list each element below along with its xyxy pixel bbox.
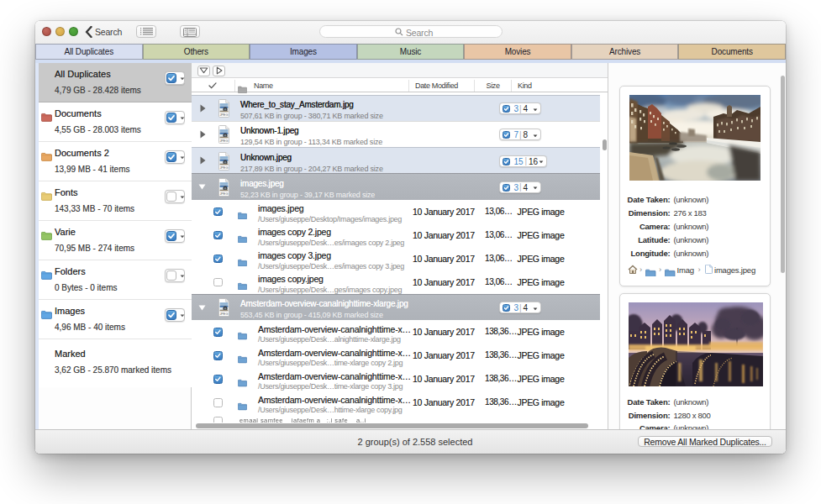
svg-text:JPEG: JPEG bbox=[219, 165, 228, 169]
svg-text:JPEG: JPEG bbox=[219, 139, 228, 143]
svg-text:JPEG: JPEG bbox=[219, 312, 228, 316]
svg-text:JPEG: JPEG bbox=[219, 192, 228, 196]
svg-text:JPEG: JPEG bbox=[219, 113, 228, 117]
